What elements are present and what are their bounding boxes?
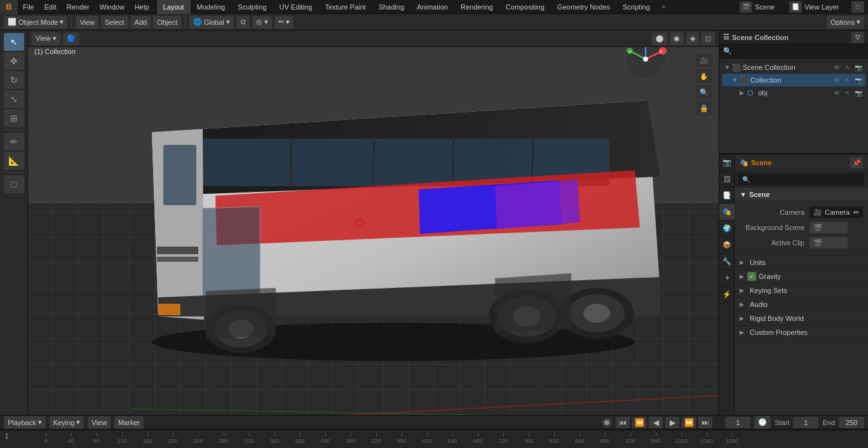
snap-toggle[interactable]: ⊙ [236,16,250,29]
outliner-row-obj[interactable]: ▶ ⬡ obj 👁 ↖ 📷 [722,86,865,99]
tab-uv-editing[interactable]: UV Editing [273,0,318,14]
prop-icon-view-layer[interactable]: 📑 [719,187,735,204]
tab-animation[interactable]: Animation [410,0,454,14]
timeline-marker-menu[interactable]: Marker [114,416,144,429]
prop-icon-world[interactable]: 🌍 [719,221,735,237]
audio-section[interactable]: ▶ Audio [735,297,868,311]
collection-vis-eye[interactable]: 👁 [832,76,841,85]
obj-vis-cursor[interactable]: ↖ [843,88,852,97]
tab-texture-paint[interactable]: Texture Paint [318,0,372,14]
prop-icon-modifier[interactable]: 🔧 [719,254,735,270]
viewport[interactable]: View ▾ 🔵 ⬤ ◉ ◈ ◻ [28,31,719,415]
rigid-body-world-section[interactable]: ▶ Rigid Body World [735,311,868,325]
viewport-shading-wire[interactable]: ◻ [702,32,715,45]
play-button[interactable]: ▶ [665,417,679,428]
viewport-shading-rendered[interactable]: ◈ [686,32,699,45]
grease-pencil[interactable]: ✏ ▾ [275,16,294,29]
maximize-icon[interactable]: □ [851,1,864,13]
tab-sculpting[interactable]: Sculpting [231,0,273,14]
transform-orientation[interactable]: 🌐 Global ▾ [189,16,234,29]
tab-scripting[interactable]: Scripting [616,0,656,14]
prop-icon-render[interactable]: 📷 [719,154,735,171]
object-menu[interactable]: Object [153,16,181,29]
menu-render[interactable]: Render [62,0,95,14]
obj-vis-eye[interactable]: 👁 [832,88,841,97]
viewport-camera-icon[interactable]: 🎥 [696,53,712,67]
timeline-playback-menu[interactable]: Playback ▾ [4,416,46,429]
start-frame-input[interactable]: 1 [793,417,818,428]
menu-help[interactable]: Help [130,0,154,14]
current-frame-display[interactable]: 1 [725,417,750,428]
camera-edit-icon[interactable]: ✏ [853,208,859,217]
viewport-shading-material[interactable]: ◉ [670,32,684,45]
step-forward-button[interactable]: ⏩ [682,417,696,428]
add-cube-tool[interactable]: □ [4,175,24,193]
tab-layout[interactable]: Layout [157,0,191,14]
outliner-row-scene-collection[interactable]: ▼ ⬛ Scene Collection 👁 ↖ 📷 [722,61,865,74]
custom-properties-section[interactable]: ▶ Custom Properties [735,325,868,339]
outliner-search-input[interactable] [735,48,864,55]
outliner-row-collection[interactable]: ▼ ⬛ Collection 👁 ↖ 📷 [722,74,865,86]
vis-render-icon[interactable]: 📷 [854,63,863,72]
prop-icon-output[interactable]: 🖼 [719,171,735,187]
gravity-checkbox[interactable]: ✓ [747,272,756,281]
prop-icon-particles[interactable]: ✦ [719,270,735,287]
prop-icon-object[interactable]: 📦 [719,237,735,254]
viewport-view-menu[interactable]: View ▾ [32,32,60,45]
collection-vis-render[interactable]: 📷 [854,76,863,85]
transform-tool[interactable]: ⊞ [4,109,24,127]
viewport-shading-solid[interactable]: ⬤ [652,32,667,45]
tab-modeling[interactable]: Modeling [191,0,232,14]
move-tool[interactable]: ✥ [4,52,24,70]
measure-tool[interactable]: 📐 [4,152,24,170]
viewport-lock-icon[interactable]: 🔒 [696,101,712,115]
mode-selector[interactable]: ⬜ Object Mode ▾ [4,16,67,29]
add-workspace-button[interactable]: ＋ [656,1,671,13]
end-frame-input[interactable]: 250 [839,417,864,428]
proportional-edit[interactable]: ◎ ▾ [252,16,272,29]
select-menu[interactable]: Select [101,16,128,29]
scene-section-header[interactable]: ▼ Scene [735,187,868,201]
record-button[interactable] [602,417,612,428]
menu-edit[interactable]: Edit [39,0,62,14]
tab-rendering[interactable]: Rendering [454,0,499,14]
options-btn[interactable]: Options ▾ [827,16,864,29]
cursor-tool[interactable]: ↖ [4,33,24,51]
timeline-keying-menu[interactable]: Keying ▾ [50,416,85,429]
collection-vis-cursor[interactable]: ↖ [843,76,852,85]
scene-selector-icon[interactable]: 🎬 [740,1,752,13]
menu-window[interactable]: Window [95,0,130,14]
menu-file[interactable]: File [18,0,39,14]
jump-start-button[interactable]: ⏮ [616,417,630,428]
viewport-overlays[interactable]: 🔵 [63,32,79,45]
properties-pin-icon[interactable]: 📌 [850,157,863,168]
add-menu[interactable]: Add [131,16,151,29]
scale-tool[interactable]: ⤡ [4,90,24,108]
gravity-section[interactable]: ▶ ✓ Gravity [735,269,868,283]
step-back-button[interactable]: ⏪ [632,417,646,428]
view-menu[interactable]: View [76,16,98,29]
camera-value[interactable]: 🎥 Camera ✏ [810,207,863,218]
active-clip-value[interactable]: 🎬 [810,237,848,248]
tab-geometry-nodes[interactable]: Geometry Nodes [551,0,616,14]
properties-search-input[interactable] [752,175,860,183]
viewport-hand-icon[interactable]: ✋ [696,69,712,83]
annotate-tool[interactable]: ✏ [4,133,24,151]
tab-compositing[interactable]: Compositing [499,0,551,14]
viewport-canvas[interactable]: User Perspective (1) Collection X Y [28,31,719,415]
tab-shading[interactable]: Shading [372,0,410,14]
prop-icon-scene[interactable]: 🎭 [719,204,735,221]
view-layer-icon[interactable]: 📑 [789,1,802,13]
rotate-tool[interactable]: ↻ [4,71,24,89]
prop-icon-physics[interactable]: ⚡ [719,287,735,303]
viewport-zoom-icon[interactable]: 🔍 [696,85,712,99]
vis-eye-icon[interactable]: 👁 [832,63,841,72]
keying-sets-section[interactable]: ▶ Keying Sets [735,283,868,297]
background-scene-value[interactable]: 🎬 [810,222,848,233]
outliner-filter-icon[interactable]: ▽ [851,32,864,43]
play-reverse-button[interactable]: ◀ [649,417,663,428]
units-section[interactable]: ▶ Units [735,255,868,269]
vis-cursor-icon[interactable]: ↖ [843,63,852,72]
timeline-view-menu[interactable]: View [88,416,111,429]
jump-end-button[interactable]: ⏭ [698,417,712,428]
